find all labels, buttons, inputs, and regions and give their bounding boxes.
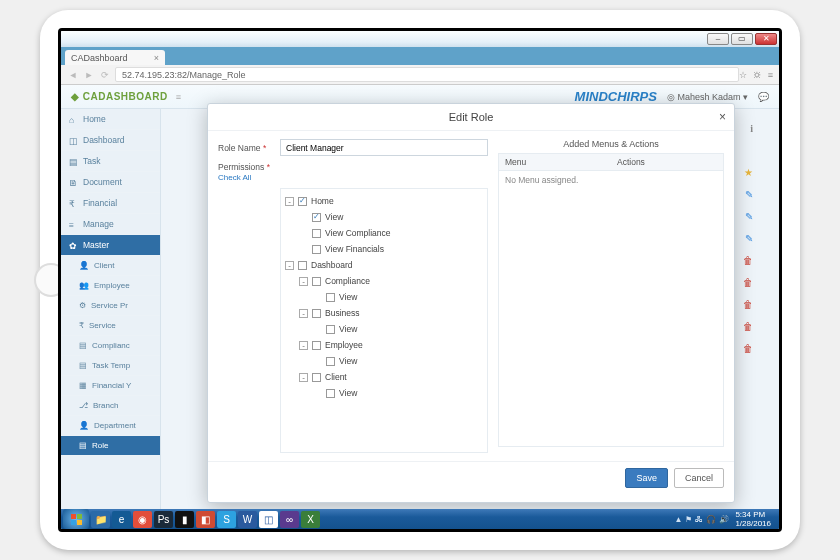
modal-overlay: Edit Role × Role Name * Permissions * xyxy=(161,109,779,509)
sidebar-sub-financial-year[interactable]: ▦Financial Y xyxy=(61,376,160,396)
sidebar-item-task[interactable]: ▤Task xyxy=(61,151,160,172)
tree-label: View xyxy=(339,356,357,366)
taskbar-app2-icon[interactable]: ◫ xyxy=(259,511,278,528)
sidebar-toggle-icon[interactable]: ≡ xyxy=(176,92,181,102)
manage-icon: ≡ xyxy=(69,220,78,229)
checkbox[interactable] xyxy=(326,293,335,302)
permissions-tree[interactable]: -HomeViewView ComplianceView Financials-… xyxy=(280,188,488,453)
clock[interactable]: 5:34 PM 1/28/2016 xyxy=(735,510,771,528)
menu-icon[interactable]: ≡ xyxy=(768,70,773,80)
taskbar-excel-icon[interactable]: X xyxy=(301,511,320,528)
window-maximize-button[interactable]: ▭ xyxy=(731,33,753,45)
taskbar-cmd-icon[interactable]: ▮ xyxy=(175,511,194,528)
users-icon: 👥 xyxy=(79,281,89,290)
start-button[interactable] xyxy=(63,509,89,529)
browser-tab[interactable]: CADashboard × xyxy=(65,50,165,65)
taskbar-chrome-icon[interactable]: ◉ xyxy=(133,511,152,528)
bookmark-icon[interactable]: ☆ xyxy=(739,70,747,80)
checkbox[interactable] xyxy=(312,309,321,318)
checkbox[interactable] xyxy=(312,341,321,350)
tree-node[interactable]: -Home xyxy=(285,193,483,209)
permissions-label: Permissions * Check All xyxy=(218,162,280,182)
sidebar-sub-employee[interactable]: 👥Employee xyxy=(61,276,160,296)
taskbar-visualstudio-icon[interactable]: ∞ xyxy=(280,511,299,528)
expand-icon[interactable]: - xyxy=(299,373,308,382)
service-icon: ⚙ xyxy=(79,301,86,310)
dashboard-icon: ◫ xyxy=(69,136,78,145)
modal-footer: Save Cancel xyxy=(208,461,734,494)
taskbar-skype-icon[interactable]: S xyxy=(217,511,236,528)
tree-node[interactable]: View xyxy=(285,321,483,337)
tree-label: View xyxy=(325,212,343,222)
tray-icons[interactable]: ▲⚑🖧🎧🔊 xyxy=(674,515,729,524)
tree-node[interactable]: -Dashboard xyxy=(285,257,483,273)
sidebar: ⌂Home ◫Dashboard ▤Task 🗎Document ₹Financ… xyxy=(61,109,161,509)
check-all-link[interactable]: Check All xyxy=(218,173,251,182)
sidebar-sub-branch[interactable]: ⎇Branch xyxy=(61,396,160,416)
sidebar-sub-service[interactable]: ₹Service xyxy=(61,316,160,336)
tree-node[interactable]: View xyxy=(285,289,483,305)
sidebar-item-dashboard[interactable]: ◫Dashboard xyxy=(61,130,160,151)
cancel-button[interactable]: Cancel xyxy=(674,468,724,488)
checkbox[interactable] xyxy=(298,197,307,206)
expand-icon[interactable]: - xyxy=(299,341,308,350)
sidebar-sub-compliance[interactable]: ▤Complianc xyxy=(61,336,160,356)
checkbox[interactable] xyxy=(326,325,335,334)
tree-node[interactable]: -Employee xyxy=(285,337,483,353)
address-bar[interactable]: 52.74.195.23:82/Manage_Role xyxy=(115,67,739,82)
grid-header: Menu Actions xyxy=(498,153,724,171)
sidebar-item-document[interactable]: 🗎Document xyxy=(61,172,160,193)
tree-node[interactable]: View xyxy=(285,353,483,369)
taskbar-explorer-icon[interactable]: 📁 xyxy=(91,511,110,528)
checkbox[interactable] xyxy=(312,229,321,238)
tablet-frame: – ▭ ✕ CADashboard × ◄ ► ⟳ 52.74.195.23:8… xyxy=(40,10,800,550)
tree-node[interactable]: View xyxy=(285,385,483,401)
tree-node[interactable]: View Compliance xyxy=(285,225,483,241)
checkbox[interactable] xyxy=(326,357,335,366)
taskbar-ie-icon[interactable]: e xyxy=(112,511,131,528)
reload-icon[interactable]: ⟳ xyxy=(99,69,111,81)
role-name-input[interactable] xyxy=(280,139,488,156)
window-close-button[interactable]: ✕ xyxy=(755,33,777,45)
taskbar-word-icon[interactable]: W xyxy=(238,511,257,528)
modal-close-button[interactable]: × xyxy=(719,110,726,124)
taskbar-photoshop-icon[interactable]: Ps xyxy=(154,511,173,528)
tree-node[interactable]: View xyxy=(285,209,483,225)
edit-role-modal: Edit Role × Role Name * Permissions * xyxy=(207,103,735,503)
checkbox[interactable] xyxy=(298,261,307,270)
extension-icon[interactable]: ⛭ xyxy=(753,70,762,80)
sidebar-sub-service-provider[interactable]: ⚙Service Pr xyxy=(61,296,160,316)
expand-icon[interactable]: - xyxy=(285,261,294,270)
checkbox[interactable] xyxy=(312,373,321,382)
sidebar-sub-task-template[interactable]: ▤Task Temp xyxy=(61,356,160,376)
forward-icon[interactable]: ► xyxy=(83,69,95,81)
checkbox[interactable] xyxy=(312,213,321,222)
sidebar-item-financial[interactable]: ₹Financial xyxy=(61,193,160,214)
user-menu[interactable]: ◎ Mahesh Kadam ▾ xyxy=(667,92,748,102)
sidebar-sub-role[interactable]: ▤Role xyxy=(61,436,160,456)
sidebar-sub-client[interactable]: 👤Client xyxy=(61,256,160,276)
expand-icon[interactable]: - xyxy=(299,309,308,318)
close-icon[interactable]: × xyxy=(154,53,159,63)
taskbar-app-icon[interactable]: ◧ xyxy=(196,511,215,528)
save-button[interactable]: Save xyxy=(625,468,668,488)
checkbox[interactable] xyxy=(312,245,321,254)
sidebar-item-master[interactable]: ✿Master xyxy=(61,235,160,256)
tree-node[interactable]: View Financials xyxy=(285,241,483,257)
tree-node[interactable]: -Compliance xyxy=(285,273,483,289)
expand-icon[interactable]: - xyxy=(285,197,294,206)
window-minimize-button[interactable]: – xyxy=(707,33,729,45)
expand-icon[interactable]: - xyxy=(299,277,308,286)
role-icon: ▤ xyxy=(79,441,87,450)
tree-node[interactable]: -Business xyxy=(285,305,483,321)
checkbox[interactable] xyxy=(326,389,335,398)
sidebar-sub-department[interactable]: 👤Department xyxy=(61,416,160,436)
sidebar-item-manage[interactable]: ≡Manage xyxy=(61,214,160,235)
tree-node[interactable]: -Client xyxy=(285,369,483,385)
sidebar-item-home[interactable]: ⌂Home xyxy=(61,109,160,130)
system-tray[interactable]: ▲⚑🖧🎧🔊 5:34 PM 1/28/2016 xyxy=(674,510,777,528)
chat-icon[interactable]: 💬 xyxy=(758,92,769,102)
back-icon[interactable]: ◄ xyxy=(67,69,79,81)
checkbox[interactable] xyxy=(312,277,321,286)
windows-icon xyxy=(71,514,82,525)
